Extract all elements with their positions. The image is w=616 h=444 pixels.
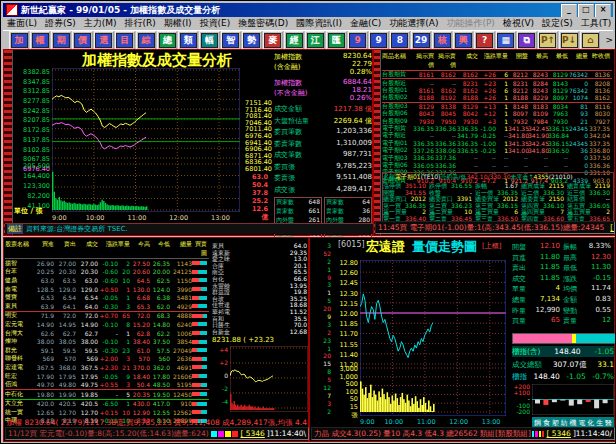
futures-row[interactable]: 電子期02337.26338.06336.55-0.251341.00341.8…	[382, 147, 612, 154]
watchlist-item[interactable]: 台新金12.68	[212, 328, 307, 335]
toolbar-overflow-arrow[interactable]: >	[605, 35, 613, 45]
menu-item[interactable]: 期權(I)	[160, 17, 196, 30]
futures-row[interactable]: 台股期03812981388129+131814881838034818116	[382, 103, 612, 110]
toolbar-button-加[interactable]: 加	[9, 31, 29, 50]
watchlist-item[interactable]: 群益證19.8	[212, 288, 307, 295]
menu-item[interactable]: 國際資訊(I)	[292, 17, 346, 30]
menu-item[interactable]: 畫面(L)	[3, 17, 41, 30]
watchlist-item[interactable]: 愛之味13.0	[212, 255, 307, 262]
futures-row[interactable]: 台股期01816181628162+2668212824381297634281…	[382, 87, 612, 94]
toolbar-button-經[interactable]: 經	[284, 31, 304, 50]
price-volume-chart[interactable]	[360, 260, 506, 420]
statusbar-code[interactable]: [ 5346	[610, 223, 615, 232]
toolbar-button-核[interactable]: 核	[432, 31, 452, 50]
watchlist-item[interactable]: 東貝64.0	[212, 242, 307, 249]
statusbar-code[interactable]: [ 5346	[240, 429, 264, 438]
toolbar-button-類[interactable]: 類	[178, 31, 198, 50]
toolbar-button-價[interactable]: 價	[72, 31, 92, 50]
watchlist-item[interactable]: 佳世達18.68	[212, 301, 307, 308]
menu-item[interactable]: 換盤密碼(D)	[234, 17, 292, 30]
price-volume-ladder[interactable]: 3522193152093223120158512732	[311, 242, 331, 416]
stocks-row[interactable]: 宏達電367.5368.0367.5+2.3021370.0362.04691	[5, 363, 209, 372]
watchlist-item[interactable]: 永豐餘13.95	[212, 282, 307, 289]
stocks-row[interactable]: 揚智26.9027.0027.00-0.10227.5026.351143	[5, 259, 209, 268]
stocks-row[interactable]: 東貝63.964.164.0-0.30365.362.04929	[5, 302, 209, 312]
statusbar-code[interactable]: [ 5346	[546, 429, 570, 438]
toolbar-button-江[interactable]: 江	[305, 31, 325, 50]
menu-item[interactable]: 檢視(V)	[499, 17, 538, 30]
watchlist-item[interactable]: 台化66.6	[212, 275, 307, 282]
futures-row[interactable]: 台股期06804380458042+121809781097963938030	[382, 110, 612, 117]
watchlist-item[interactable]: 華邦電11.52	[212, 308, 307, 315]
toolbar-button-智[interactable]: 智	[221, 31, 241, 50]
stocks-row[interactable]: 健鼎63.063.563.0-0.601064.562.51150	[5, 276, 209, 285]
index-mini-chart[interactable]: 8231.88 ( +23.23+4+20-2-4	[212, 336, 309, 416]
toolbar-button-9[interactable]: 9	[348, 31, 368, 50]
title-bar[interactable]: 新世紀贏家 - 99/01/05 - 加權指數及成交量分析 _□×	[3, 3, 613, 17]
toolbar-button-興[interactable]: 興	[453, 31, 473, 50]
futures-row[interactable]: 台股期09793079507930+31793279847930217927	[382, 117, 612, 124]
stocks-row[interactable]: 大立光420.0420.5420.5-6.501430.0417.0910	[5, 400, 209, 409]
toolbar-button-29[interactable]: 29	[411, 31, 431, 50]
stocks-row[interactable]: 燦坤38.0038.0538.00-0.10138.4037.503854	[5, 337, 209, 346]
menu-item[interactable]: 排行(R)	[121, 17, 160, 30]
watchlist-item[interactable]: 遠東新29.35	[212, 249, 307, 256]
toolbar-button-綜[interactable]: 綜	[136, 31, 156, 50]
close-button[interactable]: ×	[595, 4, 611, 18]
stocks-row[interactable]: 聯發科569570569+2.0035705602636	[5, 355, 209, 364]
toolbar-button-P↑[interactable]: P↑	[538, 31, 558, 50]
toolbar-button-P↓[interactable]: P↓	[559, 31, 579, 50]
stocks-row[interactable]: 群光59.159.559.5-0.302361.057.527049	[5, 346, 209, 355]
stocks-row[interactable]: 佰鴻49.7049.8049.75+0.55350.448.505195	[5, 380, 209, 390]
stocks-row[interactable]: 宏元電14.9014.9514.90-0.10815.2014.806240	[5, 320, 209, 329]
menu-item[interactable]: 設定(S)	[538, 17, 577, 30]
toolbar-button-麥[interactable]: 麥	[263, 31, 283, 50]
maximize-button[interactable]: □	[578, 4, 594, 18]
toolbar-button-選[interactable]: 選	[94, 31, 114, 50]
toolbar-button-⧉[interactable]: ⧉	[517, 31, 537, 50]
toolbar-button-匯[interactable]: 匯	[326, 31, 346, 50]
toolbar-button-期[interactable]: 期	[51, 31, 71, 50]
toolbar-button-權[interactable]: 權	[30, 31, 50, 50]
toolbar-button-總[interactable]: 總	[157, 31, 177, 50]
watchlist-item[interactable]: 百和35.5	[212, 315, 307, 322]
toolbar-button-▦[interactable]: ▦	[496, 31, 516, 50]
futures-row[interactable]: 電子期貨336.35336.36336.35-1.001341.35342.45…	[382, 125, 612, 132]
futures-row[interactable]: 台股期貨816181628162+26682128243812976342813…	[382, 71, 612, 79]
menu-item[interactable]: 投資(E)	[196, 17, 235, 30]
sector-bar-chart[interactable]	[532, 384, 614, 419]
stocks-row[interactable]: 台灣大62.662.762.7-162.862.21006	[5, 329, 209, 338]
futures-row[interactable]: 電子期06336.05336.36------------0336.36	[382, 162, 612, 169]
stocks-row[interactable]: 中石化19.8019.9019.85-520.3519.5012450	[5, 390, 209, 400]
watchlist-item[interactable]: 日勝生70.0	[212, 321, 307, 328]
futures-row[interactable]: 電子期近----341.79-0.25--341.80341.90336.840…	[382, 132, 612, 139]
stocks-row[interactable]: 統一實12.6512.7012.70+0.151012.9012.5512562	[5, 408, 209, 417]
panel-edge-strip[interactable]	[374, 50, 381, 235]
stocks-row[interactable]: 南電128.5129.0129.0+0.501130.0124.03990	[5, 285, 209, 294]
stocks-row[interactable]: 台苯20.2520.3020.30-0.602020.6020.0024125	[5, 268, 209, 277]
stocks-row[interactable]: 聲寶6.536.546.54-0.0516.686.385481	[5, 293, 209, 302]
menu-item[interactable]: 證券(S)	[41, 17, 80, 30]
menu-item[interactable]: 主力(M)	[80, 17, 121, 30]
toolbar-button-⌂[interactable]: ⌂	[580, 31, 600, 50]
menu-item[interactable]: 金融(C)	[346, 17, 385, 30]
toolbar-button-幅[interactable]: 幅	[199, 31, 219, 50]
watchlist-item[interactable]: 合庫20.1	[212, 262, 307, 269]
toolbar-button-8[interactable]: 8	[390, 31, 410, 50]
menu-item[interactable]: 工具(T)	[577, 17, 616, 30]
watchlist-item[interactable]: 南亞65.5	[212, 268, 307, 275]
futures-row[interactable]: 台股期02818881928188+2618188822980971074816…	[382, 94, 612, 102]
stocks-row[interactable]: 明安71.972.072.0+0.706572.068.34888	[5, 312, 209, 321]
watchlist-item[interactable]: 台玻35.25	[212, 295, 307, 302]
futures-row[interactable]: 電子期01336.35336.36336.35-1.001341.35342.4…	[382, 140, 612, 147]
toolbar-button-9[interactable]: 9	[369, 31, 389, 50]
index-chart[interactable]	[52, 68, 240, 216]
toolbar-button-目[interactable]: 目	[115, 31, 135, 50]
toolbar-button-?[interactable]: ?	[474, 31, 494, 50]
futures-row[interactable]: 電子期03336.36337.36------------0337.50	[382, 154, 612, 161]
toolbar-button-勢[interactable]: 勢	[242, 31, 262, 50]
menu-item[interactable]: 功能選擇(A)	[385, 17, 442, 30]
stocks-row[interactable]: 旺宏17.9017.9517.95-0.05918.4017.8021606	[5, 372, 209, 381]
minimize-button[interactable]: _	[561, 4, 577, 18]
futures-row[interactable]: 台股期近----8231+23182318284814308208	[382, 79, 612, 86]
